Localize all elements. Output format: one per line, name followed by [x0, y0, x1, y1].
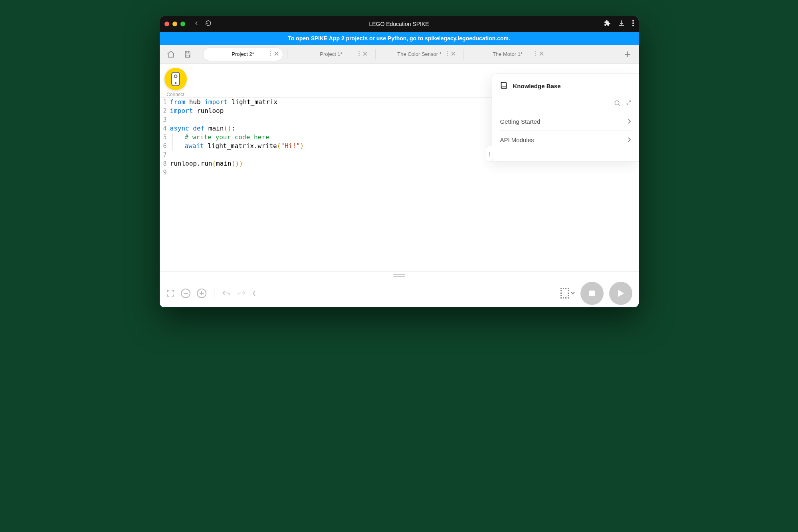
tab-label: The Motor 1*	[493, 51, 523, 57]
divider	[463, 49, 464, 59]
tab-close-icon[interactable]	[363, 51, 367, 57]
redo-button[interactable]	[237, 289, 246, 297]
kb-item-label: API Modules	[500, 136, 534, 143]
kb-item-api-modules[interactable]: API Modules	[499, 131, 632, 149]
tab-label: Project 1*	[320, 51, 342, 57]
bottom-toolbar	[160, 279, 639, 307]
kebab-menu-icon[interactable]	[632, 20, 634, 28]
svg-rect-26	[568, 290, 569, 291]
svg-point-10	[447, 53, 448, 54]
line-number: 6	[160, 142, 170, 150]
fullscreen-button[interactable]	[166, 289, 175, 298]
line-number: 5	[160, 133, 170, 142]
code-line: 9	[160, 168, 639, 177]
tab-label: The Color Sensor *	[397, 51, 442, 57]
kb-item-getting-started[interactable]: Getting Started	[499, 113, 632, 131]
close-window-button[interactable]	[164, 22, 169, 26]
window-controls	[164, 22, 185, 26]
tab-menu-icon[interactable]	[358, 51, 360, 57]
app-window: LEGO Education SPIKE To open SPIKE App 2…	[160, 16, 639, 307]
tab-close-icon[interactable]	[539, 51, 544, 57]
svg-rect-24	[568, 288, 569, 289]
svg-rect-33	[565, 297, 566, 299]
line-number: 7	[160, 150, 170, 159]
svg-rect-35	[589, 291, 595, 296]
main-area: Connect 1 from hub import light_matrix 2…	[160, 64, 639, 271]
hub-icon	[170, 71, 181, 87]
zoom-in-button[interactable]	[196, 288, 207, 299]
kb-item-label: Getting Started	[500, 118, 541, 125]
svg-rect-21	[560, 288, 562, 289]
back-icon[interactable]	[193, 20, 200, 28]
tab-color-sensor[interactable]: The Color Sensor *	[380, 47, 459, 61]
svg-point-18	[615, 101, 619, 105]
svg-point-0	[632, 20, 634, 22]
tab-close-icon[interactable]	[451, 51, 455, 57]
tab-label: Project 2*	[232, 51, 254, 57]
line-number: 1	[160, 98, 170, 107]
undo-button[interactable]	[222, 289, 231, 297]
tab-project-1[interactable]: Project 1*	[291, 47, 371, 61]
svg-point-17	[174, 82, 176, 84]
divider	[375, 49, 376, 59]
svg-point-12	[535, 51, 536, 52]
slot-selector-button[interactable]	[560, 288, 575, 299]
svg-point-2	[632, 25, 634, 26]
tab-project-2[interactable]: Project 2*	[203, 47, 283, 61]
svg-rect-25	[560, 290, 562, 291]
play-button[interactable]	[609, 282, 632, 305]
titlebar: LEGO Education SPIKE	[160, 16, 639, 32]
svg-point-8	[358, 55, 360, 56]
svg-point-13	[535, 53, 536, 54]
kb-expand-icon[interactable]	[626, 100, 632, 109]
knowledge-base-panel: || Knowledge Base Getting Started	[492, 73, 639, 162]
maximize-window-button[interactable]	[180, 22, 185, 26]
stop-button[interactable]	[580, 282, 604, 305]
reload-icon[interactable]	[205, 20, 212, 28]
svg-point-1	[632, 22, 634, 24]
svg-point-11	[447, 55, 448, 56]
line-number: 3	[160, 115, 170, 124]
connect-hub-button[interactable]	[164, 68, 187, 90]
tab-close-icon[interactable]	[274, 51, 279, 57]
save-button[interactable]	[180, 47, 195, 61]
divider	[199, 49, 199, 59]
line-number: 8	[160, 159, 170, 168]
zoom-out-button[interactable]	[180, 288, 191, 299]
line-number: 4	[160, 124, 170, 133]
svg-rect-31	[560, 297, 562, 299]
kb-title: Knowledge Base	[513, 83, 561, 89]
home-button[interactable]	[164, 47, 178, 61]
legacy-banner: To open SPIKE App 2 projects or use Pyth…	[160, 32, 639, 45]
svg-rect-34	[568, 297, 569, 299]
tab-bar: Project 2* Project 1* The Color Sensor *	[160, 45, 639, 64]
svg-point-4	[270, 53, 271, 54]
tab-menu-icon[interactable]	[270, 51, 271, 57]
chevron-down-icon	[571, 292, 575, 295]
svg-point-7	[358, 53, 360, 54]
svg-point-14	[535, 55, 536, 56]
svg-rect-32	[563, 297, 564, 299]
connect-label: Connect	[166, 92, 184, 97]
tab-the-motor-1[interactable]: The Motor 1*	[468, 47, 548, 61]
chevron-right-icon	[628, 118, 631, 125]
svg-point-6	[358, 51, 360, 52]
download-icon[interactable]	[618, 20, 625, 28]
svg-point-3	[270, 51, 271, 52]
panel-collapse-handle[interactable]: ||	[486, 146, 492, 162]
tab-menu-icon[interactable]	[447, 51, 448, 57]
svg-point-5	[270, 55, 271, 56]
add-tab-button[interactable]	[620, 47, 635, 61]
tab-menu-icon[interactable]	[535, 51, 536, 57]
svg-rect-27	[560, 293, 562, 294]
line-number: 2	[160, 107, 170, 115]
extension-icon[interactable]	[604, 20, 611, 28]
book-icon	[499, 81, 508, 91]
chevron-left-button[interactable]	[252, 290, 256, 297]
svg-rect-30	[568, 295, 569, 296]
minimize-window-button[interactable]	[172, 22, 177, 26]
window-title: LEGO Education SPIKE	[160, 21, 639, 27]
divider	[287, 49, 287, 59]
kb-search-icon[interactable]	[614, 100, 621, 109]
console-drag-handle[interactable]	[160, 271, 639, 279]
